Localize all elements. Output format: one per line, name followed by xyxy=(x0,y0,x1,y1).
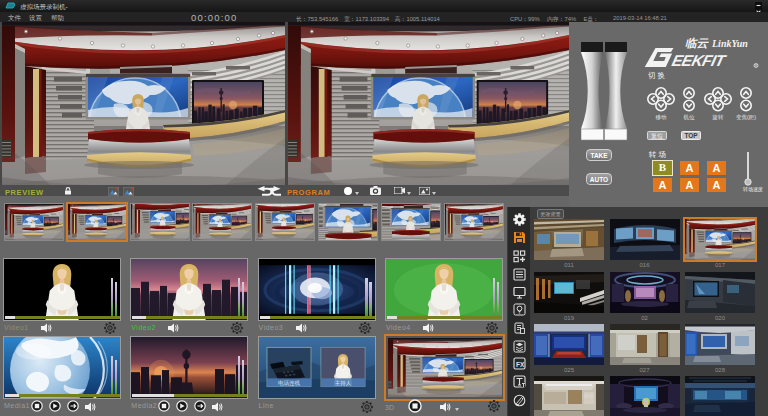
svg-text:FX: FX xyxy=(516,361,525,368)
